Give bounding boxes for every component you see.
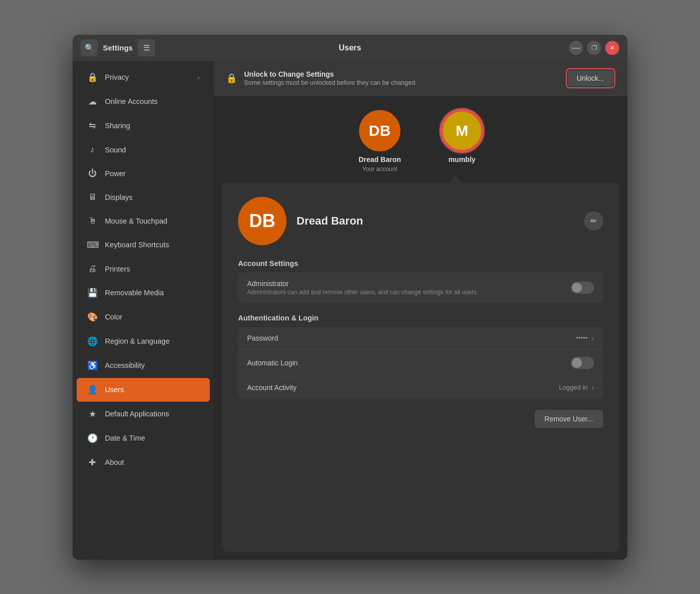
auth-login-title: Authentication & Login — [238, 314, 603, 322]
sidebar-label-privacy: Privacy — [105, 73, 129, 81]
administrator-toggle[interactable] — [571, 282, 594, 294]
unlock-banner: 🔒 Unlock to Change Settings Some setting… — [214, 61, 627, 96]
user-card-mumbly[interactable]: M mumbly — [441, 110, 483, 173]
sidebar: 🔒 Privacy › ☁ Online Accounts ⇋ Sharing … — [73, 61, 214, 560]
panel-title: Users — [339, 43, 361, 52]
sidebar-label-about: About — [105, 458, 124, 466]
sidebar-item-online-accounts[interactable]: ☁ Online Accounts — [77, 90, 210, 114]
sidebar-label-region-language: Region & Language — [105, 337, 169, 345]
user-name-m: mumbly — [448, 155, 476, 164]
sidebar-item-power[interactable]: ⏻ Power — [77, 162, 210, 185]
user-initials-m: M — [456, 122, 469, 139]
region-icon: 🌐 — [87, 336, 98, 347]
printers-icon: 🖨 — [87, 264, 98, 274]
user-name-db: Dread Baron — [359, 155, 401, 164]
account-settings-title: Account Settings — [238, 259, 603, 267]
online-accounts-icon: ☁ — [87, 96, 98, 107]
detail-header: DB Dread Baron ✏ — [238, 197, 603, 245]
sidebar-item-displays[interactable]: 🖥 Displays — [77, 186, 210, 209]
administrator-label: Administrator — [247, 280, 478, 288]
search-button[interactable]: 🔍 — [81, 39, 98, 57]
default-apps-icon: ★ — [87, 409, 98, 419]
unlock-banner-text: Unlock to Change Settings Some settings … — [244, 70, 559, 86]
chevron-right-icon: › — [198, 74, 200, 81]
window-controls: — ❐ ✕ — [569, 41, 619, 55]
sidebar-item-mouse-touchpad[interactable]: 🖱 Mouse & Touchpad — [77, 209, 210, 233]
displays-icon: 🖥 — [87, 192, 98, 202]
date-time-icon: 🕐 — [87, 433, 98, 444]
maximize-button[interactable]: ❐ — [587, 41, 601, 55]
sidebar-item-accessibility[interactable]: ♿ Accessibility — [77, 354, 210, 377]
sidebar-item-default-applications[interactable]: ★ Default Applications — [77, 402, 210, 426]
sidebar-item-removable-media[interactable]: 💾 Removable Media — [77, 281, 210, 305]
sidebar-label-online-accounts: Online Accounts — [105, 97, 158, 105]
account-activity-row[interactable]: Account Activity Logged in › — [238, 376, 603, 399]
minimize-button[interactable]: — — [569, 41, 583, 55]
administrator-row[interactable]: Administrator Administrators can add and… — [238, 273, 603, 303]
sidebar-label-removable-media: Removable Media — [105, 289, 164, 297]
automatic-login-row[interactable]: Automatic Login — [238, 350, 603, 376]
close-button[interactable]: ✕ — [605, 41, 619, 55]
sidebar-label-accessibility: Accessibility — [105, 361, 145, 369]
unlock-button-wrap: Unlock... — [566, 68, 615, 88]
sound-icon: ♪ — [87, 145, 98, 155]
user-avatar-m: M — [441, 110, 483, 151]
accessibility-icon: ♿ — [87, 360, 98, 371]
sidebar-label-printers: Printers — [105, 265, 130, 273]
sidebar-label-sound: Sound — [105, 146, 126, 154]
app-title: Settings — [103, 43, 133, 52]
removable-media-icon: 💾 — [87, 288, 98, 298]
menu-button[interactable]: ☰ — [138, 39, 155, 57]
sidebar-item-printers[interactable]: 🖨 Printers — [77, 257, 210, 281]
account-activity-label: Account Activity — [247, 384, 297, 392]
administrator-sublabel: Administrators can add and remove other … — [247, 289, 478, 296]
sidebar-item-keyboard-shortcuts[interactable]: ⌨ Keyboard Shortcuts — [77, 233, 210, 257]
password-chevron-icon: › — [592, 334, 594, 342]
unlock-subtitle: Some settings must be unlocked before th… — [244, 79, 559, 86]
automatic-login-toggle[interactable] — [571, 357, 594, 369]
sidebar-item-region-language[interactable]: 🌐 Region & Language — [77, 330, 210, 353]
lock-icon: 🔒 — [226, 73, 237, 84]
password-row[interactable]: Password ••••• › — [238, 327, 603, 350]
edit-button[interactable]: ✏ — [584, 211, 603, 231]
password-dots: ••••• — [576, 334, 588, 342]
sidebar-label-date-time: Date & Time — [105, 434, 145, 442]
auth-settings-group: Password ••••• › Automatic Login Acco — [238, 327, 603, 399]
sidebar-item-sound[interactable]: ♪ Sound — [77, 138, 210, 161]
mouse-icon: 🖱 — [87, 216, 98, 226]
sidebar-label-power: Power — [105, 170, 126, 178]
unlock-button[interactable]: Unlock... — [568, 70, 613, 86]
color-icon: 🎨 — [87, 312, 98, 322]
user-subtitle-db: Your account — [362, 166, 397, 173]
users-icon: 👤 — [87, 385, 98, 395]
privacy-icon: 🔒 — [87, 72, 98, 83]
remove-user-button[interactable]: Remove User... — [535, 410, 603, 428]
titlebar-left: 🔍 Settings ☰ — [81, 39, 155, 57]
sidebar-label-mouse-touchpad: Mouse & Touchpad — [105, 217, 167, 225]
sidebar-item-color[interactable]: 🎨 Color — [77, 305, 210, 329]
sidebar-item-sharing[interactable]: ⇋ Sharing — [77, 114, 210, 138]
sidebar-item-about[interactable]: ✚ About — [77, 451, 210, 474]
users-header: DB Dread Baron Your account M mumbly — [214, 96, 627, 173]
titlebar: 🔍 Settings ☰ Users — ❐ ✕ — [73, 35, 627, 61]
sidebar-item-users[interactable]: 👤 Users — [77, 378, 210, 402]
user-card-dread-baron[interactable]: DB Dread Baron Your account — [359, 110, 401, 173]
detail-name: Dread Baron — [297, 214, 363, 228]
main-panel: 🔒 Unlock to Change Settings Some setting… — [214, 61, 627, 560]
account-activity-chevron-icon: › — [592, 384, 594, 392]
unlock-title: Unlock to Change Settings — [244, 70, 559, 78]
user-avatar-db: DB — [359, 110, 400, 151]
sidebar-label-displays: Displays — [105, 193, 133, 201]
keyboard-icon: ⌨ — [87, 240, 98, 250]
automatic-login-label: Automatic Login — [247, 359, 298, 367]
automatic-login-toggle-wrap — [571, 357, 594, 369]
user-detail-panel: DB Dread Baron ✏ Account Settings Admini… — [222, 183, 619, 552]
sidebar-label-users: Users — [105, 386, 124, 394]
sidebar-item-privacy[interactable]: 🔒 Privacy › — [77, 66, 210, 89]
sidebar-label-default-applications: Default Applications — [105, 410, 169, 418]
password-value-wrap: ••••• › — [576, 334, 594, 342]
sidebar-label-sharing: Sharing — [105, 122, 130, 130]
detail-avatar: DB — [238, 197, 286, 245]
administrator-toggle-wrap — [571, 282, 594, 294]
sidebar-item-date-time[interactable]: 🕐 Date & Time — [77, 426, 210, 450]
